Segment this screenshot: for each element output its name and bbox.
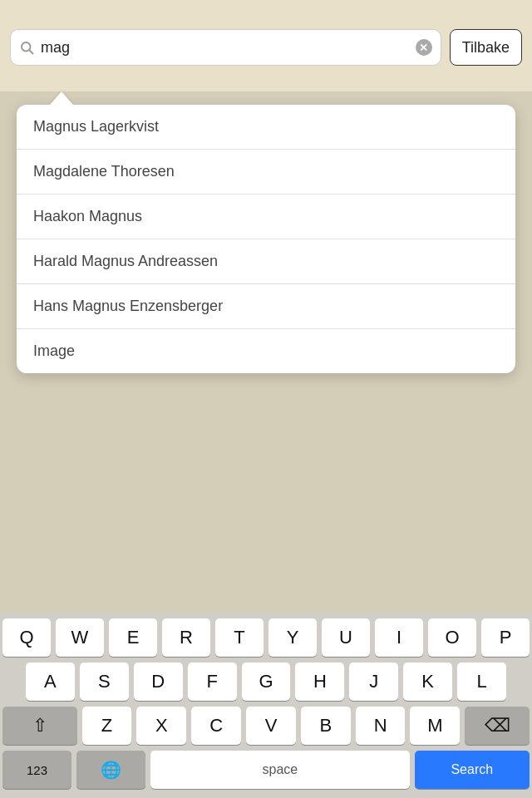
search-bar-area: ✕ Tilbake	[0, 0, 532, 91]
key-r[interactable]: R	[162, 618, 210, 657]
tilbake-button[interactable]: Tilbake	[450, 29, 522, 66]
key-u[interactable]: U	[322, 618, 370, 657]
search-key[interactable]: Search	[415, 751, 530, 789]
suggestion-item[interactable]: Haakon Magnus	[17, 195, 515, 239]
key-t[interactable]: T	[215, 618, 264, 657]
key-e[interactable]: E	[109, 618, 157, 657]
key-b[interactable]: B	[301, 707, 351, 745]
keyboard-row-bottom: 123🌐spaceSearch	[2, 751, 530, 789]
key-h[interactable]: H	[295, 663, 344, 701]
key-s[interactable]: S	[80, 663, 129, 701]
key-l[interactable]: L	[457, 663, 506, 701]
globe-key[interactable]: 🌐	[76, 751, 145, 789]
suggestion-item[interactable]: Harald Magnus Andreassen	[17, 239, 515, 284]
key-z[interactable]: Z	[82, 707, 132, 745]
key-a[interactable]: A	[26, 663, 75, 701]
numbers-key[interactable]: 123	[2, 751, 71, 789]
suggestions-container: Magnus LagerkvistMagdalene ThoresenHaako…	[17, 91, 515, 373]
key-o[interactable]: O	[428, 618, 476, 657]
suggestion-item[interactable]: Hans Magnus Enzensberger	[17, 284, 515, 329]
key-c[interactable]: C	[191, 707, 241, 745]
search-icon	[19, 40, 34, 55]
keyboard-row-3: ⇧ZXCVBNM⌫	[2, 707, 530, 745]
svg-line-1	[29, 50, 32, 53]
suggestions-list: Magnus LagerkvistMagdalene ThoresenHaako…	[17, 105, 515, 373]
key-w[interactable]: W	[56, 618, 104, 657]
keyboard-row-1: QWERTYUIOP	[2, 618, 530, 657]
key-y[interactable]: Y	[268, 618, 317, 657]
keyboard: QWERTYUIOPASDFGHJKL⇧ZXCVBNM⌫123🌐spaceSea…	[0, 612, 532, 798]
shift-key[interactable]: ⇧	[2, 707, 77, 745]
key-m[interactable]: M	[410, 707, 460, 745]
search-input-wrapper[interactable]: ✕	[10, 29, 441, 66]
space-key[interactable]: space	[150, 751, 409, 789]
key-j[interactable]: J	[349, 663, 398, 701]
key-f[interactable]: F	[188, 663, 237, 701]
suggestion-item[interactable]: Image	[17, 329, 515, 373]
suggestion-item[interactable]: Magdalene Thoresen	[17, 150, 515, 195]
keyboard-row-2: ASDFGHJKL	[2, 663, 530, 701]
key-p[interactable]: P	[481, 618, 530, 657]
key-i[interactable]: I	[375, 618, 423, 657]
key-x[interactable]: X	[136, 707, 186, 745]
backspace-key[interactable]: ⌫	[465, 707, 530, 745]
search-input[interactable]	[41, 39, 416, 57]
key-d[interactable]: D	[134, 663, 183, 701]
key-n[interactable]: N	[356, 707, 406, 745]
key-v[interactable]: V	[246, 707, 296, 745]
suggestion-item[interactable]: Magnus Lagerkvist	[17, 105, 515, 150]
key-q[interactable]: Q	[2, 618, 51, 657]
key-g[interactable]: G	[242, 663, 291, 701]
dropdown-triangle	[50, 91, 73, 105]
clear-button[interactable]: ✕	[416, 39, 432, 56]
key-k[interactable]: K	[403, 663, 452, 701]
